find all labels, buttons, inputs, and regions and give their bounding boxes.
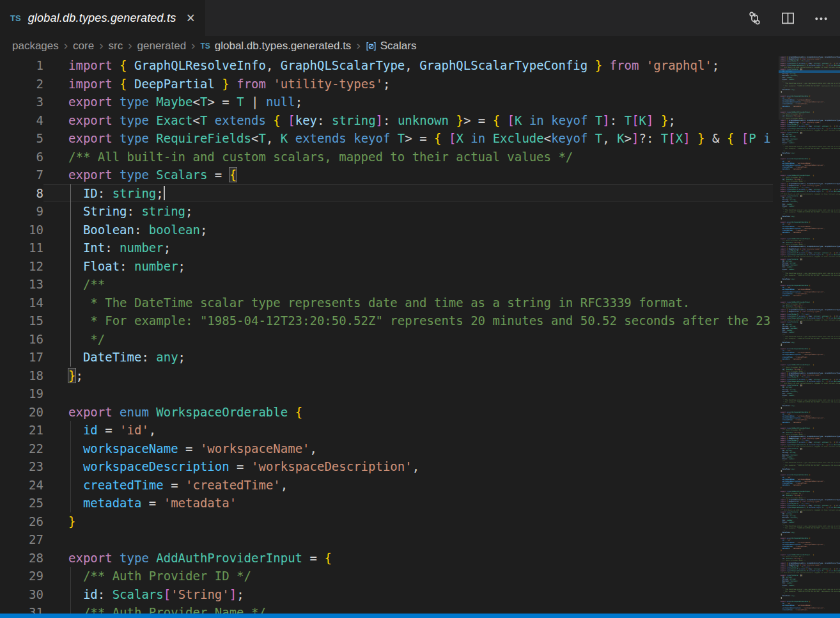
code-line-23[interactable]: 23 workspaceDescription = 'workspaceDesc… bbox=[0, 457, 773, 476]
code-line-content[interactable]: export enum WorkspaceOrderable { bbox=[43, 403, 773, 422]
code-line-26[interactable]: 26} bbox=[0, 512, 773, 531]
indent-guide bbox=[70, 202, 71, 221]
code-line-21[interactable]: 21 id = 'id', bbox=[0, 421, 773, 440]
code-line-content[interactable]: DateTime: any; bbox=[43, 348, 773, 367]
code-line-content[interactable]: export type RequireFields<T, K extends k… bbox=[43, 129, 773, 148]
code-editor[interactable]: 1import { GraphQLResolveInfo, GraphQLSca… bbox=[0, 56, 773, 614]
code-line-17[interactable]: 17 DateTime: any; bbox=[0, 348, 773, 367]
code-line-12[interactable]: 12 Float: number; bbox=[0, 257, 773, 276]
code-line-24[interactable]: 24 createdTime = 'createdTime', bbox=[0, 476, 773, 495]
line-number: 9 bbox=[0, 202, 43, 221]
tab-title: global.db.types.generated.ts bbox=[28, 12, 176, 25]
code-line-content[interactable]: */ bbox=[43, 330, 773, 349]
line-number: 29 bbox=[0, 567, 43, 585]
code-line-content[interactable]: /** Auth Provider ID */ bbox=[43, 567, 773, 585]
indent-guide bbox=[70, 457, 71, 476]
code-line-content[interactable]: export type Maybe<T> = T | null; bbox=[43, 93, 773, 111]
code-line-content[interactable]: ID: string; bbox=[43, 184, 773, 203]
code-line-content[interactable]: export type Exact<T extends { [key: stri… bbox=[43, 111, 773, 130]
code-line-3[interactable]: 3export type Maybe<T> = T | null; bbox=[0, 93, 773, 111]
line-number: 19 bbox=[0, 384, 43, 403]
code-line-content[interactable]: } bbox=[43, 512, 773, 531]
code-line-14[interactable]: 14 * The DateTime scalar type represents… bbox=[0, 294, 773, 312]
line-number: 20 bbox=[0, 403, 43, 422]
breadcrumb-separator: › bbox=[191, 38, 195, 52]
code-line-content[interactable]: export type Scalars = { bbox=[43, 166, 773, 184]
minimap[interactable]: import { GraphQLResolveInfo, GraphQLScal… bbox=[779, 56, 840, 614]
code-line-28[interactable]: 28export type AddAuthProviderInput = { bbox=[0, 549, 773, 567]
code-line-15[interactable]: 15 * For example: "1985-04-12T23:20:50.5… bbox=[0, 312, 773, 330]
code-line-content[interactable]: /** bbox=[43, 275, 773, 294]
code-line-content[interactable]: createdTime = 'createdTime', bbox=[43, 476, 773, 495]
line-number: 30 bbox=[0, 585, 43, 604]
code-line-content[interactable]: /** Auth Provider Name */ bbox=[43, 603, 773, 614]
line-number: 8 bbox=[0, 184, 43, 203]
indent-guide bbox=[70, 348, 71, 367]
breadcrumb-item-src[interactable]: src bbox=[109, 40, 123, 52]
code-line-content[interactable]: import { GraphQLResolveInfo, GraphQLScal… bbox=[43, 56, 773, 75]
line-number: 24 bbox=[0, 476, 43, 495]
close-tab-icon[interactable]: × bbox=[186, 11, 194, 26]
code-line-29[interactable]: 29 /** Auth Provider ID */ bbox=[0, 567, 773, 585]
code-line-content[interactable]: workspaceDescription = 'workspaceDescrip… bbox=[43, 457, 773, 476]
code-line-8[interactable]: 8 ID: string; bbox=[0, 184, 773, 203]
code-line-content[interactable]: Boolean: boolean; bbox=[43, 221, 773, 239]
tab-active-file[interactable]: TS global.db.types.generated.ts × bbox=[0, 0, 205, 36]
code-line-9[interactable]: 9 String: string; bbox=[0, 202, 773, 221]
open-changes-icon[interactable] bbox=[747, 11, 762, 26]
breadcrumb-item-packages[interactable]: packages bbox=[12, 40, 59, 52]
code-line-18[interactable]: 18}; bbox=[0, 367, 773, 385]
code-line-4[interactable]: 4export type Exact<T extends { [key: str… bbox=[0, 111, 773, 130]
code-line-content[interactable] bbox=[43, 530, 773, 549]
code-line-content[interactable]: Float: number; bbox=[43, 257, 773, 276]
breadcrumb-separator: › bbox=[356, 38, 360, 52]
code-line-content[interactable]: * The DateTime scalar type represents da… bbox=[43, 294, 773, 312]
line-number: 23 bbox=[0, 457, 43, 476]
more-actions-icon[interactable] bbox=[814, 11, 828, 26]
code-line-30[interactable]: 30 id: Scalars['String']; bbox=[0, 585, 773, 604]
code-line-27[interactable]: 27 bbox=[0, 530, 773, 549]
code-line-11[interactable]: 11 Int: number; bbox=[0, 239, 773, 257]
code-line-20[interactable]: 20export enum WorkspaceOrderable { bbox=[0, 403, 773, 422]
code-line-22[interactable]: 22 workspaceName = 'workspaceName', bbox=[0, 440, 773, 458]
split-editor-icon[interactable] bbox=[781, 11, 795, 26]
code-line-31[interactable]: 31 /** Auth Provider Name */ bbox=[0, 603, 773, 614]
code-line-5[interactable]: 5export type RequireFields<T, K extends … bbox=[0, 129, 773, 148]
code-line-7[interactable]: 7export type Scalars = { bbox=[0, 166, 773, 184]
code-line-25[interactable]: 25 metadata = 'metadata' bbox=[0, 494, 773, 512]
code-line-content[interactable]: id: Scalars['String']; bbox=[43, 585, 773, 604]
line-number: 25 bbox=[0, 494, 43, 512]
breadcrumb-item-symbol[interactable]: Scalars bbox=[380, 40, 417, 52]
breadcrumb-item-core[interactable]: core bbox=[73, 40, 94, 52]
indent-guide bbox=[70, 221, 71, 239]
line-number: 21 bbox=[0, 421, 43, 440]
line-number: 13 bbox=[0, 275, 43, 294]
code-line-content[interactable]: }; bbox=[43, 367, 773, 385]
indent-guide bbox=[70, 239, 71, 257]
code-line-10[interactable]: 10 Boolean: boolean; bbox=[0, 221, 773, 239]
code-line-content[interactable]: import { DeepPartial } from 'utility-typ… bbox=[43, 75, 773, 93]
code-line-content[interactable]: export type AddAuthProviderInput = { bbox=[43, 549, 773, 567]
code-line-2[interactable]: 2import { DeepPartial } from 'utility-ty… bbox=[0, 75, 773, 93]
minimap-slider[interactable] bbox=[779, 56, 840, 120]
line-number: 26 bbox=[0, 512, 43, 531]
code-line-content[interactable]: /** All built-in and custom scalars, map… bbox=[43, 148, 773, 166]
code-line-content[interactable]: * For example: "1985-04-12T23:20:50.52Z"… bbox=[43, 312, 773, 330]
code-line-content[interactable]: id = 'id', bbox=[43, 421, 773, 440]
code-line-1[interactable]: 1import { GraphQLResolveInfo, GraphQLSca… bbox=[0, 56, 773, 75]
breadcrumb-item-generated[interactable]: generated bbox=[137, 40, 187, 52]
code-line-16[interactable]: 16 */ bbox=[0, 330, 773, 349]
code-line-content[interactable] bbox=[43, 384, 773, 403]
typescript-file-icon: TS bbox=[200, 42, 210, 51]
code-line-content[interactable]: Int: number; bbox=[43, 239, 773, 257]
code-line-content[interactable]: metadata = 'metadata' bbox=[43, 494, 773, 512]
code-line-content[interactable]: workspaceName = 'workspaceName', bbox=[43, 440, 773, 458]
breadcrumb-item-file[interactable]: global.db.types.generated.ts bbox=[215, 40, 352, 52]
code-line-19[interactable]: 19 bbox=[0, 384, 773, 403]
code-line-6[interactable]: 6/** All built-in and custom scalars, ma… bbox=[0, 148, 773, 166]
code-line-13[interactable]: 13 /** bbox=[0, 275, 773, 294]
code-line-content[interactable]: String: string; bbox=[43, 202, 773, 221]
line-number: 27 bbox=[0, 530, 43, 549]
line-number: 3 bbox=[0, 93, 43, 111]
status-bar-edge bbox=[0, 614, 840, 618]
